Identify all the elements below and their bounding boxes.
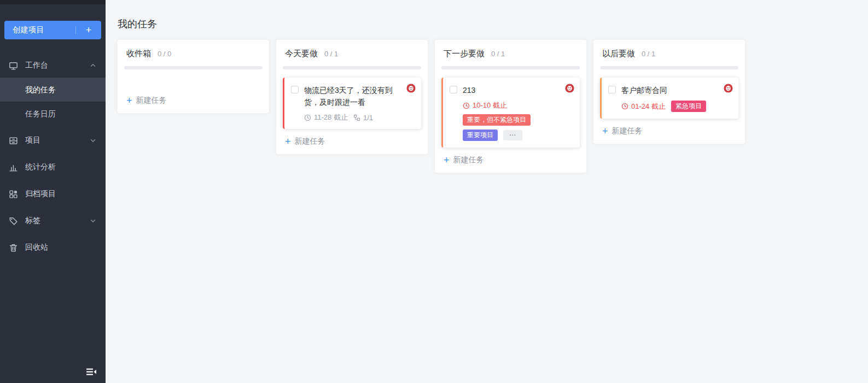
assignee-avatar xyxy=(565,84,574,93)
plus-icon: + xyxy=(126,96,132,105)
card-rows: 10-10 截止重要，但不紧急项目重要项目⋯ xyxy=(463,101,573,141)
create-project-button[interactable]: 创建项目 + xyxy=(4,21,101,39)
task-title: 物流已经3天了，还没有到货，及时跟进一看 xyxy=(304,84,401,108)
sidebar-top-strip xyxy=(0,0,106,4)
trash-icon xyxy=(9,243,18,252)
card-rows: 01-24 截止紧急项目 xyxy=(621,101,732,112)
column-title: 收件箱 xyxy=(126,49,151,59)
column-title: 以后要做 xyxy=(602,49,635,59)
task-column: 收件箱 0 / 0 + 新建任务 xyxy=(118,40,269,113)
assignee-avatar xyxy=(406,84,416,93)
card-head: 213 xyxy=(450,84,573,96)
add-task-button[interactable]: + 新建任务 xyxy=(283,137,421,146)
subtask-icon xyxy=(353,114,360,121)
column-progress-bar xyxy=(441,66,580,69)
add-task-button[interactable]: + 新建任务 xyxy=(441,155,580,165)
sidebar-item-tags[interactable]: 标签 xyxy=(0,209,106,233)
sidebar-item-projects[interactable]: 项目 xyxy=(0,128,106,152)
collapse-icon xyxy=(86,367,97,376)
page-title: 我的任务 xyxy=(118,17,868,31)
sidebar-item-workbench[interactable]: 工作台 xyxy=(0,54,106,78)
chevron-up-icon xyxy=(89,62,97,69)
add-task-button[interactable]: + 新建任务 xyxy=(600,126,738,136)
card-meta-row: 11-28 截止1/1 xyxy=(304,113,373,122)
plus-icon: + xyxy=(602,127,608,135)
empty-card-area xyxy=(124,69,263,88)
task-column: 今天要做 0 / 1 物流已经3天了，还没有到货，及时跟进一看 11-28 截止… xyxy=(276,40,428,154)
column-header: 下一步要做 0 / 1 xyxy=(441,49,580,59)
project-icon xyxy=(9,136,18,145)
task-board: 收件箱 0 / 0 + 新建任务 今天要做 0 / 1 物流已经3天了，还没有到… xyxy=(118,40,868,173)
card-head: 客户邮寄合同 xyxy=(608,84,732,96)
task-title: 213 xyxy=(463,84,560,96)
collapse-sidebar-button[interactable] xyxy=(86,367,97,376)
sidebar-subitem-task-calendar[interactable]: 任务日历 xyxy=(0,102,106,126)
card-meta-row: 重要，但不紧急项目 xyxy=(463,114,531,126)
sidebar-item-label: 标签 xyxy=(25,216,40,226)
sidebar-item-archive[interactable]: 归档项目 xyxy=(0,182,106,206)
assignee-avatar xyxy=(724,84,733,93)
task-tag: 重要，但不紧急项目 xyxy=(463,114,531,126)
add-task-label: 新建任务 xyxy=(453,155,484,165)
task-checkbox[interactable] xyxy=(608,86,616,93)
assignee-avatar xyxy=(565,84,574,93)
card-meta-row: 10-10 截止 xyxy=(463,101,507,110)
column-count: 0 / 0 xyxy=(158,50,171,58)
clock-icon xyxy=(304,114,311,121)
task-tag: 紧急项目 xyxy=(671,101,706,112)
sidebar-item-label: 归档项目 xyxy=(25,189,56,199)
assignee-avatar xyxy=(724,84,733,93)
column-count: 0 / 1 xyxy=(642,50,655,58)
card-head: 物流已经3天了，还没有到货，及时跟进一看 xyxy=(291,84,415,108)
chevron-down-icon xyxy=(89,137,97,144)
card-list: 客户邮寄合同 01-24 截止紧急项目 xyxy=(600,78,738,119)
task-card[interactable]: 物流已经3天了，还没有到货，及时跟进一看 11-28 截止1/1 xyxy=(283,78,421,129)
sidebar-item-trash[interactable]: 回收站 xyxy=(0,235,106,260)
monitor-icon xyxy=(9,61,18,70)
column-header: 今天要做 0 / 1 xyxy=(283,49,421,59)
column-count: 0 / 1 xyxy=(491,50,505,58)
task-card[interactable]: 客户邮寄合同 01-24 截止紧急项目 xyxy=(600,78,738,119)
main-area: 我的任务 收件箱 0 / 0 + 新建任务 今天要做 0 / 1 物流已经3天了… xyxy=(106,0,868,383)
chart-icon xyxy=(9,163,18,172)
task-card[interactable]: 213 10-10 截止重要，但不紧急项目重要项目⋯ xyxy=(441,78,580,148)
task-tag: 重要项目 xyxy=(463,129,498,141)
due-date: 01-24 截止 xyxy=(621,102,666,111)
column-header: 以后要做 0 / 1 xyxy=(600,49,738,59)
add-task-label: 新建任务 xyxy=(612,126,643,136)
plus-icon: + xyxy=(285,137,291,146)
task-column: 下一步要做 0 / 1 213 10-10 截止重要，但不紧急项目重要项目⋯ +… xyxy=(435,40,586,173)
archive-icon xyxy=(9,190,18,199)
plus-icon[interactable]: + xyxy=(76,25,101,35)
more-tags-button[interactable]: ⋯ xyxy=(503,130,522,140)
sidebar: 创建项目 + 工作台我的任务任务日历项目统计分析归档项目标签回收站 xyxy=(0,0,106,383)
task-title: 客户邮寄合同 xyxy=(621,84,719,96)
task-checkbox[interactable] xyxy=(291,86,299,93)
sidebar-item-label: 统计分析 xyxy=(25,162,56,172)
sidebar-item-label: 回收站 xyxy=(25,243,48,252)
task-column: 以后要做 0 / 1 客户邮寄合同 01-24 截止紧急项目 + 新建任务 xyxy=(593,40,745,144)
card-meta-row: 01-24 截止紧急项目 xyxy=(621,101,706,112)
card-list: 物流已经3天了，还没有到货，及时跟进一看 11-28 截止1/1 xyxy=(283,78,421,129)
task-checkbox[interactable] xyxy=(450,86,457,93)
add-task-label: 新建任务 xyxy=(295,137,325,146)
create-project-label: 创建项目 xyxy=(4,25,75,35)
assignee-avatar xyxy=(406,84,416,93)
column-title: 今天要做 xyxy=(285,49,318,59)
column-header: 收件箱 0 / 0 xyxy=(124,49,263,59)
due-date: 10-10 截止 xyxy=(463,101,507,110)
column-title: 下一步要做 xyxy=(444,49,485,59)
due-date: 11-28 截止 xyxy=(304,113,348,122)
sidebar-subitem-my-tasks[interactable]: 我的任务 xyxy=(0,78,106,102)
card-meta-row: 重要项目⋯ xyxy=(463,129,522,141)
card-list: 213 10-10 截止重要，但不紧急项目重要项目⋯ xyxy=(441,78,580,148)
sidebar-menu: 工作台我的任务任务日历项目统计分析归档项目标签回收站 xyxy=(0,54,106,260)
column-progress-bar xyxy=(283,66,421,69)
column-progress-bar xyxy=(600,66,738,69)
sidebar-item-stats[interactable]: 统计分析 xyxy=(0,155,106,179)
clock-icon xyxy=(621,103,628,110)
column-count: 0 / 1 xyxy=(324,50,338,58)
sidebar-item-label: 工作台 xyxy=(25,61,48,70)
add-task-button[interactable]: + 新建任务 xyxy=(124,96,263,105)
sidebar-item-label: 项目 xyxy=(25,135,40,145)
